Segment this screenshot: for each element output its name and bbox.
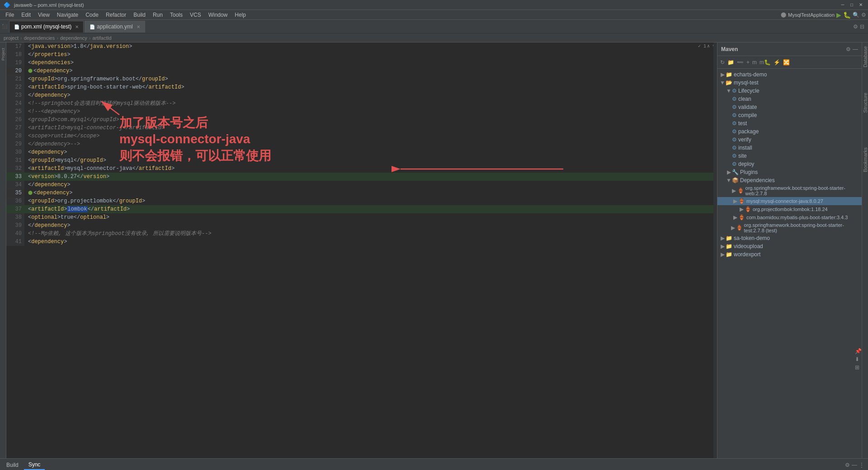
menu-build[interactable]: Build: [130, 11, 149, 19]
tree-item-clean[interactable]: ⚙ clean: [717, 95, 862, 103]
gear-icon: ⚙: [732, 145, 737, 151]
run-button[interactable]: ▶: [836, 11, 841, 19]
tree-item-dependencies[interactable]: ▼ 📦 Dependencies: [717, 176, 862, 184]
tree-item-validate[interactable]: ⚙ validate: [717, 103, 862, 111]
menu-tools[interactable]: Tools: [166, 11, 186, 19]
structure-panel-label[interactable]: Structure: [862, 89, 868, 117]
breadcrumb-project[interactable]: project: [4, 35, 19, 41]
tab-pom-close[interactable]: ✕: [75, 24, 79, 29]
editor-area: 加了版本号之后 mysql-connector-java 则不会报错，可以正常使…: [6, 42, 717, 458]
filter-button[interactable]: ⊞: [855, 364, 862, 371]
tree-item-compile[interactable]: ⚙ compile: [717, 111, 862, 119]
menu-window[interactable]: Window: [205, 11, 231, 19]
project-panel-label[interactable]: Project: [0, 44, 6, 64]
tab-pom-xml[interactable]: 📄 pom.xml (mysql-test) ✕: [9, 21, 84, 33]
breadcrumb-dependencies[interactable]: dependencies: [24, 35, 55, 41]
dep-icon: 🏺: [736, 225, 743, 231]
tree-item-deploy[interactable]: ⚙ deploy: [717, 160, 862, 168]
menu-file[interactable]: File: [2, 11, 18, 19]
tab-pom-icon: 📄: [14, 24, 19, 29]
title-bar: 🔷 javaweb – pom.xml (mysql-test) ─ □ ✕: [0, 0, 868, 10]
menu-bar: File Edit View Navigate Code Refactor Bu…: [0, 10, 868, 20]
editor-settings-button[interactable]: ⚙: [853, 24, 858, 30]
project-toggle[interactable]: ⬛: [2, 24, 7, 29]
bottom-tabs: Build Sync ⚙ — ⋮: [0, 459, 868, 470]
breadcrumb-artifactid[interactable]: artifactId: [93, 35, 112, 41]
dep-icon: 🏺: [738, 198, 745, 204]
menu-view[interactable]: View: [34, 11, 53, 19]
close-button[interactable]: ✕: [857, 1, 864, 9]
tab-sync[interactable]: Sync: [24, 460, 45, 470]
tree-item-videoupload[interactable]: ▶ 📁 videoupload: [717, 242, 862, 250]
database-panel-label[interactable]: Database: [862, 42, 868, 71]
tree-item-echarts[interactable]: ▶ 📁 echarts-demo: [717, 70, 862, 79]
maven-refresh-button[interactable]: ↻: [719, 58, 726, 66]
breadcrumb-dependency[interactable]: dependency: [60, 35, 87, 41]
menu-refactor[interactable]: Refactor: [102, 11, 130, 19]
tab-yml-label: application.yml: [97, 24, 132, 30]
bottom-more-button[interactable]: ⋮: [859, 462, 864, 468]
tree-item-lombok[interactable]: ▶ 🏺 org.projectlombok:lombok:1.18.24: [717, 205, 862, 213]
toolbar-search[interactable]: 🔍: [853, 12, 859, 18]
tab-build[interactable]: Build: [2, 461, 23, 470]
code-editor[interactable]: 加了版本号之后 mysql-connector-java 则不会报错，可以正常使…: [6, 42, 717, 458]
debug-button[interactable]: 🐛: [843, 11, 851, 19]
maven-plus-button[interactable]: +: [745, 58, 750, 66]
bottom-collapse-button[interactable]: —: [852, 462, 857, 468]
breadcrumb: project › dependencies › dependency › ar…: [0, 33, 868, 42]
tree-item-mybatis[interactable]: ▶ 🏺 com.baomidou:mybatis-plus-boot-start…: [717, 213, 862, 221]
tree-item-mysql-connector[interactable]: ▶ 🏺 mysql:mysql-connector-java:8.0.27: [717, 197, 862, 205]
folder-open-icon: 📂: [726, 80, 732, 86]
window-title: javaweb – pom.xml (mysql-test): [14, 2, 84, 8]
tree-item-plugins[interactable]: ▶ 🔧 Plugins: [717, 168, 862, 176]
maximize-button[interactable]: □: [848, 1, 855, 9]
tree-item-test[interactable]: ⚙ test: [717, 119, 862, 127]
tree-item-spring-test[interactable]: ▶ 🏺 org.springframework.boot:spring-boot…: [717, 221, 862, 234]
menu-code[interactable]: Code: [82, 11, 102, 19]
maven-add-button[interactable]: 📁: [726, 58, 735, 66]
maven-filter-button[interactable]: 🔀: [782, 58, 791, 66]
bottom-settings-button[interactable]: ⚙: [845, 462, 850, 468]
bookmarks-panel-label[interactable]: Bookmarks: [862, 144, 868, 176]
run-config[interactable]: MysqlTestApplication: [788, 12, 835, 18]
tab-application-yml[interactable]: 📄 application.yml ✕: [85, 21, 145, 33]
code-line-39: 39 </dependency>: [6, 221, 717, 230]
dep-icon: 🏺: [745, 206, 751, 212]
maven-remove-button[interactable]: ➖: [736, 58, 745, 66]
code-line-34: 34 </dependency>: [6, 181, 717, 189]
editor-split-button[interactable]: ⊟: [860, 24, 864, 30]
code-line-31: 31 <groupId>mysql</groupId>: [6, 156, 717, 164]
tree-item-verify[interactable]: ⚙ verify: [717, 136, 862, 144]
tree-item-wordexport[interactable]: ▶ 📁 wordexport: [717, 250, 862, 258]
tree-item-mysql-test[interactable]: ▼ 📂 mysql-test: [717, 79, 862, 87]
maven-run-button[interactable]: m: [751, 58, 758, 66]
toolbar-settings[interactable]: ⚙: [861, 12, 866, 18]
maven-toggle-button[interactable]: ⚡: [773, 58, 781, 66]
maven-collapse-button[interactable]: —: [853, 46, 858, 52]
code-line-26: 26 <groupId>com.mysql</groupId>: [6, 116, 717, 124]
code-line-29: 29 </dependency>-->: [6, 140, 717, 148]
menu-edit[interactable]: Edit: [18, 11, 34, 19]
tree-item-lifecycle[interactable]: ▼ ⚙ Lifecycle: [717, 87, 862, 95]
menu-help[interactable]: Help: [231, 11, 250, 19]
minimize-button[interactable]: ─: [839, 1, 846, 9]
code-line-20: 20 ⬤ <dependency>: [6, 67, 717, 75]
tree-item-package[interactable]: ⚙ package: [717, 127, 862, 136]
tab-yml-close[interactable]: ✕: [137, 24, 140, 29]
gear-icon: ⚙: [732, 112, 737, 118]
gear-icon: ⚙: [732, 136, 737, 143]
code-line-25: 25 <!--<dependency>: [6, 108, 717, 116]
menu-vcs[interactable]: VCS: [186, 11, 205, 19]
tree-item-spring-web[interactable]: ▶ 🏺 org.springframework.boot:spring-boot…: [717, 184, 862, 197]
menu-navigate[interactable]: Navigate: [53, 11, 82, 19]
code-line-38: 38 <optional>true</optional>: [6, 213, 717, 221]
menu-run[interactable]: Run: [149, 11, 166, 19]
tree-item-install[interactable]: ⚙ install: [717, 144, 862, 152]
pin-button[interactable]: 📌: [855, 348, 862, 354]
code-line-32: 32 <artifactId>mysql-connector-java</art…: [6, 164, 717, 173]
tree-item-site[interactable]: ⚙ site: [717, 152, 862, 160]
maven-settings-button[interactable]: ⚙: [846, 46, 851, 52]
scroll-end-button[interactable]: ⬇: [855, 356, 862, 362]
tree-item-sa-token[interactable]: ▶ 📁 sa-token-demo: [717, 234, 862, 242]
maven-debug-button[interactable]: m🐛: [759, 58, 772, 66]
